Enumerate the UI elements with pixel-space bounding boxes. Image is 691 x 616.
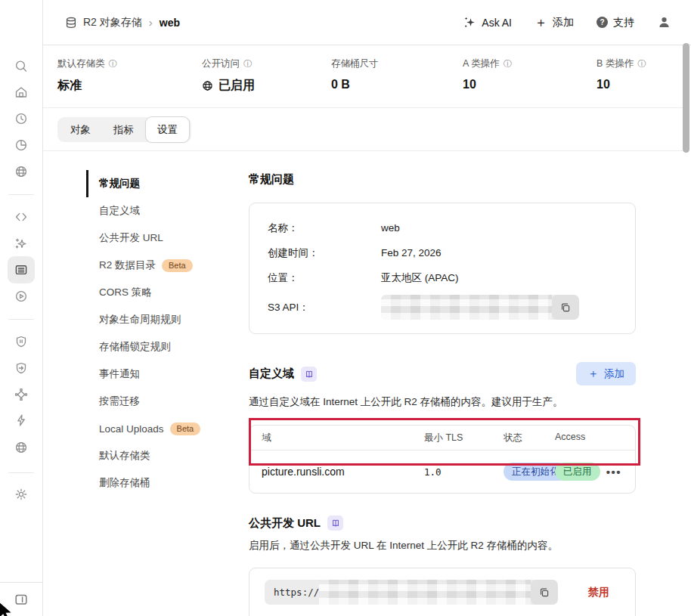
account-button[interactable] bbox=[657, 15, 671, 29]
copy-button[interactable] bbox=[531, 580, 558, 605]
copy-button[interactable] bbox=[552, 295, 579, 320]
nav-label: Local Uploads bbox=[99, 423, 164, 435]
analytics-pie-icon[interactable] bbox=[8, 132, 35, 159]
beta-badge: Beta bbox=[170, 423, 201, 435]
r2-bucket-settings-page: R2 对象存储 › web Ask AI ＋ 添加 ? 支持 bbox=[0, 0, 691, 616]
settings-nav-lifecycle-rules[interactable]: 对象生命周期规则 bbox=[86, 306, 237, 333]
col-status: 状态 bbox=[504, 432, 555, 444]
nav-label: 事件通知 bbox=[99, 367, 140, 381]
public-dev-url-title: 公共开发 URL bbox=[249, 515, 343, 531]
stat-label: 默认存储类 bbox=[57, 57, 105, 70]
min-tls-cell: 1.0 bbox=[424, 466, 504, 478]
public-dev-url-section-head: 公共开发 URL bbox=[249, 515, 636, 531]
info-icon[interactable]: ⓘ bbox=[109, 58, 118, 70]
history-clock-icon[interactable] bbox=[8, 105, 35, 132]
globe-icon bbox=[202, 80, 213, 91]
settings-nav-bucket-lock-rules[interactable]: 存储桶锁定规则 bbox=[86, 333, 237, 361]
code-brackets-icon[interactable] bbox=[8, 203, 35, 231]
info-icon[interactable]: ⓘ bbox=[504, 58, 513, 70]
tab-settings[interactable]: 设置 bbox=[145, 116, 190, 143]
search-icon[interactable] bbox=[8, 53, 35, 80]
lightning-icon[interactable] bbox=[8, 407, 35, 434]
bucket-stats-bar: 默认存储类ⓘ 标准 公开访问ⓘ 已启用 存储桶尺寸 0 B A 类操作ⓘ 10 … bbox=[43, 45, 684, 108]
gear-icon[interactable] bbox=[8, 481, 35, 508]
domain-cell: picture.runsli.com bbox=[262, 466, 424, 478]
settings-content: 常规问题 名称： web 创建时间： Feb 27, 2026 位置： 亚太地区… bbox=[249, 151, 636, 616]
settings-nav-public-dev-url[interactable]: 公共开发 URL bbox=[86, 224, 237, 252]
copy-icon bbox=[559, 302, 572, 314]
settings-nav-r2-data-catalog[interactable]: R2 数据目录Beta bbox=[86, 252, 237, 279]
plus-icon: ＋ bbox=[587, 367, 599, 381]
stream-play-icon[interactable] bbox=[8, 283, 35, 310]
docs-link-icon[interactable] bbox=[327, 515, 343, 531]
nav-label: 对象生命周期规则 bbox=[99, 313, 181, 327]
custom-domain-title: 自定义域 bbox=[249, 367, 317, 382]
collapse-sidebar-icon[interactable] bbox=[14, 592, 29, 607]
stat-default-storage-class: 默认存储类ⓘ 标准 bbox=[57, 57, 202, 107]
settings-nav-on-demand-migration[interactable]: 按需迁移 bbox=[86, 388, 237, 415]
col-access: Access bbox=[555, 432, 635, 444]
settings-nav-custom-domains[interactable]: 自定义域 bbox=[86, 197, 237, 224]
public-dev-url-card: https:// 禁用 此 URL 有速率限制，不建议用于生产。诸如 Acces… bbox=[249, 568, 636, 616]
settings-nav-cors-policy[interactable]: CORS 策略 bbox=[86, 279, 237, 306]
table-header-row: 域 最小 TLS 状态 Access bbox=[249, 426, 635, 450]
vertical-scrollbar[interactable] bbox=[683, 43, 689, 153]
plus-icon: ＋ bbox=[535, 16, 547, 29]
add-button[interactable]: ＋ 添加 bbox=[535, 16, 574, 29]
info-icon[interactable]: ⓘ bbox=[637, 58, 646, 70]
general-row-name: 名称： web bbox=[268, 215, 617, 240]
tab-objects[interactable]: 对象 bbox=[59, 117, 102, 142]
table-row: picture.runsli.com 1.0 正在初始化 已启用 ••• bbox=[249, 450, 635, 493]
settings-nav-general[interactable]: 常规问题 bbox=[86, 170, 237, 197]
top-header: R2 对象存储 › web Ask AI ＋ 添加 ? 支持 bbox=[43, 0, 691, 45]
tabs-bar: 对象 指标 设置 bbox=[43, 108, 684, 151]
globe-icon[interactable] bbox=[8, 158, 35, 185]
stat-value: 已启用 bbox=[218, 78, 255, 94]
sparkle-icon bbox=[463, 16, 476, 29]
settings-nav-default-storage-class[interactable]: 默认存储类 bbox=[86, 442, 237, 469]
support-button[interactable]: ? 支持 bbox=[596, 16, 634, 29]
general-info-card: 名称： web 创建时间： Feb 27, 2026 位置： 亚太地区 (APA… bbox=[249, 203, 636, 334]
row-label: 名称： bbox=[268, 221, 381, 235]
nav-label: 存储桶锁定规则 bbox=[99, 340, 171, 354]
stat-class-a-ops: A 类操作ⓘ 10 bbox=[463, 57, 596, 107]
home-icon[interactable] bbox=[8, 79, 35, 106]
settings-nav-event-notifications[interactable]: 事件通知 bbox=[86, 361, 237, 388]
nav-label: 删除存储桶 bbox=[99, 476, 150, 490]
header-actions: Ask AI ＋ 添加 ? 支持 bbox=[463, 15, 691, 29]
disable-dev-url-button[interactable]: 禁用 bbox=[588, 586, 609, 599]
docs-link-icon[interactable] bbox=[301, 367, 317, 382]
settings-nav-delete-bucket[interactable]: 删除存储桶 bbox=[86, 469, 237, 497]
redacted-dev-url bbox=[319, 580, 531, 605]
stat-value: 0 B bbox=[331, 78, 463, 91]
dev-url-field: https:// bbox=[265, 580, 558, 605]
nav-label: R2 数据目录 bbox=[99, 258, 156, 272]
network-mesh-icon[interactable] bbox=[8, 381, 35, 408]
globe-alt-icon[interactable] bbox=[8, 434, 35, 461]
row-actions-menu[interactable]: ••• bbox=[606, 466, 621, 478]
access-cell: 已启用 ••• bbox=[555, 463, 635, 481]
redacted-s3-url bbox=[381, 295, 552, 320]
ask-ai-button[interactable]: Ask AI bbox=[463, 16, 512, 29]
breadcrumb-r2-link[interactable]: R2 对象存储 bbox=[64, 16, 142, 29]
zero-trust-shield-icon[interactable] bbox=[8, 354, 35, 382]
row-label: S3 API： bbox=[268, 301, 381, 314]
col-domain: 域 bbox=[262, 432, 424, 444]
tab-metrics[interactable]: 指标 bbox=[102, 117, 145, 142]
settings-nav-local-uploads[interactable]: Local UploadsBeta bbox=[86, 415, 237, 442]
nav-label: 按需迁移 bbox=[99, 395, 140, 408]
row-label: 位置： bbox=[268, 271, 381, 285]
stat-value: 10 bbox=[463, 78, 596, 91]
r2-storage-icon[interactable] bbox=[8, 256, 35, 283]
ai-sparkle-icon[interactable] bbox=[8, 230, 35, 257]
stat-bucket-size: 存储桶尺寸 0 B bbox=[331, 57, 463, 107]
bucket-name-value: web bbox=[381, 222, 400, 234]
add-domain-button[interactable]: ＋ 添加 bbox=[576, 362, 636, 385]
mouse-cursor bbox=[0, 601, 14, 616]
breadcrumb-app-label: R2 对象存储 bbox=[83, 16, 142, 29]
info-icon[interactable]: ⓘ bbox=[243, 58, 253, 70]
tab-group: 对象 指标 设置 bbox=[57, 117, 191, 142]
security-shield-icon[interactable] bbox=[8, 328, 35, 355]
row-label: 创建时间： bbox=[268, 246, 381, 260]
custom-domain-section-head: 自定义域 ＋ 添加 bbox=[249, 362, 636, 385]
